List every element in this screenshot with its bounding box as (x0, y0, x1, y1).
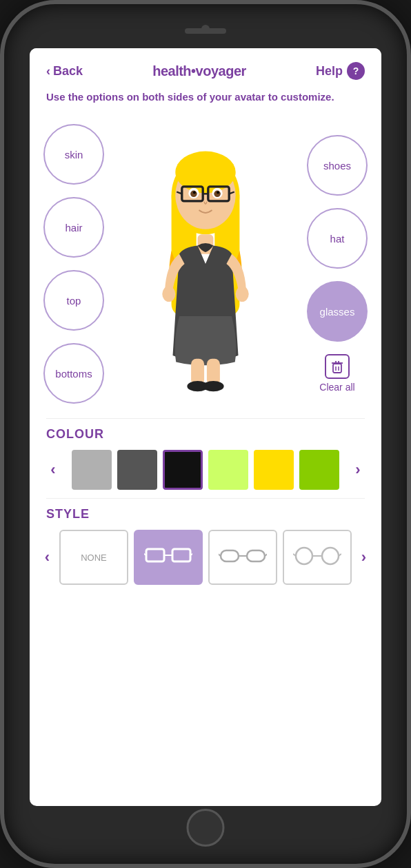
clear-all-label: Clear all (319, 382, 354, 393)
help-button[interactable]: Help ? (316, 62, 365, 80)
phone-frame: ‹ Back health•voyager Help ? Use the opt… (0, 0, 411, 868)
left-buttons: skin hair top bottoms (43, 124, 104, 404)
title-part2: voyager (196, 63, 246, 79)
svg-point-5 (236, 286, 249, 302)
svg-point-39 (296, 548, 312, 564)
svg-rect-29 (146, 549, 164, 561)
style-option-none[interactable]: NONE (59, 530, 128, 585)
back-chevron-icon: ‹ (46, 64, 50, 79)
hair-button[interactable]: hair (43, 197, 104, 258)
style-round-rect-glasses-icon (219, 544, 267, 571)
avatar-container (104, 133, 307, 395)
colour-swatches (71, 450, 340, 490)
avatar-svg (137, 133, 274, 395)
help-icon: ? (347, 62, 365, 80)
svg-point-9 (203, 381, 223, 391)
svg-point-16 (193, 192, 196, 194)
bottoms-button[interactable]: bottoms (43, 343, 104, 404)
header: ‹ Back health•voyager Help ? (30, 48, 381, 87)
style-option-rect[interactable] (134, 530, 203, 585)
style-option-circle[interactable] (283, 530, 352, 585)
shoes-button[interactable]: shoes (307, 135, 368, 196)
style-circle-glasses-icon (293, 544, 341, 571)
svg-rect-23 (333, 364, 341, 373)
screen: ‹ Back health•voyager Help ? Use the opt… (30, 48, 381, 806)
colour-swatch-2[interactable] (163, 450, 203, 490)
svg-rect-34 (221, 550, 239, 561)
avatar-section: skin hair top bottoms (30, 112, 381, 415)
title-part1: health (152, 63, 191, 79)
colour-swatch-3[interactable] (208, 450, 248, 490)
back-label: Back (53, 64, 83, 79)
home-button[interactable] (187, 809, 225, 847)
clear-all-button[interactable]: Clear all (319, 354, 354, 393)
back-button[interactable]: ‹ Back (46, 64, 83, 79)
colour-swatch-1[interactable] (117, 450, 157, 490)
colour-label: COLOUR (30, 422, 381, 444)
skin-button[interactable]: skin (43, 124, 104, 185)
style-next-button[interactable]: › (357, 545, 370, 570)
style-prev-button[interactable]: ‹ (41, 545, 54, 570)
style-option-round-rect[interactable] (208, 530, 277, 585)
hat-button[interactable]: hat (307, 208, 368, 269)
colour-prev-button[interactable]: ‹ (41, 457, 66, 482)
svg-rect-30 (172, 549, 190, 561)
svg-point-17 (217, 192, 219, 194)
style-options: NONE (59, 530, 352, 585)
style-label: STYLE (30, 502, 381, 524)
divider-1 (46, 418, 365, 419)
colour-next-button[interactable]: › (345, 457, 370, 482)
style-none-label: NONE (81, 552, 107, 563)
right-buttons: shoes hat glasses (307, 135, 368, 393)
colour-swatch-0[interactable] (72, 450, 112, 490)
svg-rect-35 (247, 550, 265, 561)
colour-row: ‹ › (30, 444, 381, 495)
style-row: ‹ NONE (30, 524, 381, 590)
app-title: health•voyager (152, 63, 246, 79)
svg-point-4 (162, 286, 175, 302)
help-label: Help (316, 64, 343, 79)
colour-swatch-5[interactable] (299, 450, 339, 490)
trash-icon (325, 354, 350, 379)
glasses-button[interactable]: glasses (307, 281, 368, 342)
colour-swatch-4[interactable] (254, 450, 294, 490)
divider-2 (46, 498, 365, 499)
style-rect-glasses-icon (144, 544, 192, 571)
subtitle-text: Use the options on both sides of your av… (30, 87, 381, 112)
top-button[interactable]: top (43, 270, 104, 331)
svg-point-40 (322, 548, 339, 564)
